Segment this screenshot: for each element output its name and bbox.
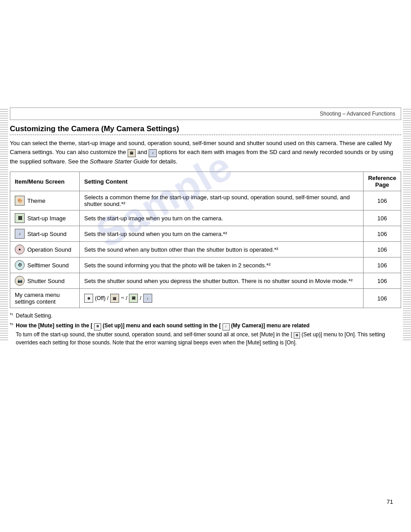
- and-text: and: [137, 149, 147, 155]
- table-cell-ref: 106: [364, 257, 401, 273]
- footnote-marker-1: *¹: [10, 312, 13, 320]
- mycam-icon-1: ▤: [110, 294, 119, 303]
- table-cell-item: 🖼 Start-up Image: [10, 210, 80, 226]
- theme-icon: 🎨: [15, 196, 25, 206]
- table-cell-item: ● Operation Sound: [10, 242, 80, 257]
- table-cell-setting: Sets the start-up image when you turn on…: [80, 210, 364, 226]
- footnote-marker-2: *²: [10, 322, 13, 347]
- table-cell-item: ♪ Start-up Sound: [10, 226, 80, 242]
- table-row: 🎨 Theme Selects a common theme for the s…: [10, 191, 401, 210]
- selftimer-sound-label: Selftimer Sound: [27, 262, 69, 269]
- footnote-mycam-icon: ♪: [223, 323, 230, 330]
- operation-sound-icon: ●: [15, 245, 25, 254]
- shutter-sound-label: Shutter Sound: [27, 278, 64, 284]
- table-cell-ref: 106: [364, 273, 401, 289]
- intro-text: You can select the theme, start-up image…: [10, 139, 401, 166]
- table-row: ⏱ Selftimer Sound Sets the sound informi…: [10, 257, 401, 273]
- table-cell-setting: Sets the start-up sound when you turn on…: [80, 226, 364, 242]
- mycam-label: My camera menu settings content: [15, 292, 60, 305]
- startup-sound-icon: ♪: [15, 229, 25, 239]
- inline-icon-2: ♪: [149, 149, 157, 157]
- table-cell-setting: Selects a common theme for the start-up …: [80, 191, 364, 210]
- table-cell-item: 📷 Shutter Sound: [10, 273, 80, 289]
- footnote-body-2: To turn off the start-up sound, the shut…: [16, 331, 385, 346]
- page-container: Sample Shooting – Advanced Functions Cus…: [0, 0, 411, 532]
- mycam-separator2: /: [140, 295, 141, 301]
- header-bar: Shooting – Advanced Functions: [10, 107, 401, 120]
- footnote-setup-icon-2: ⚙: [294, 332, 300, 339]
- table-row: ♪ Start-up Sound Sets the start-up sound…: [10, 226, 401, 242]
- footnote-content-2: How the [Mute] setting in the [ ⚙ (Set u…: [16, 322, 401, 347]
- side-border-left: [0, 107, 8, 340]
- mycam-icon-2: 🖼: [129, 294, 138, 303]
- table-cell-ref: 106: [364, 191, 401, 210]
- table-header-setting: Setting Content: [80, 172, 364, 191]
- content-area: Shooting – Advanced Functions Customizin…: [10, 0, 401, 347]
- table-row: 🖼 Start-up Image Sets the start-up image…: [10, 210, 401, 226]
- operation-sound-label: Operation Sound: [27, 246, 71, 253]
- startup-image-label: Start-up Image: [27, 215, 66, 222]
- table-cell-ref: 106: [364, 226, 401, 242]
- table-cell-setting-mycam: ⊗ (Off) / ▤ *¹ / 🖼 / ♪: [80, 289, 364, 308]
- section-label: Shooting – Advanced Functions: [320, 111, 395, 117]
- table-cell-ref: 106: [364, 289, 401, 308]
- table-cell-setting: Sets the sound when any button other tha…: [80, 242, 364, 257]
- mycam-separator: /: [126, 295, 127, 301]
- footnote-text-1: Default Setting.: [16, 312, 52, 320]
- settings-table: Item/Menu Screen Setting Content Referen…: [10, 172, 401, 308]
- footnote-bold-2: How the [Mute] setting in the [ ⚙ (Set u…: [16, 322, 309, 329]
- table-cell-item: My camera menu settings content: [10, 289, 80, 308]
- section-title: Customizing the Camera (My Camera Settin…: [10, 124, 401, 135]
- table-header-ref: ReferencePage: [364, 172, 401, 191]
- table-cell-setting: Sets the shutter sound when you depress …: [80, 273, 364, 289]
- mycam-off-icon: ⊗: [84, 294, 93, 303]
- mycam-icon-3: ♪: [143, 294, 152, 303]
- startup-sound-label: Start-up Sound: [27, 231, 66, 237]
- side-border-right: [403, 107, 411, 340]
- mycam-off-label: (Off) /: [95, 295, 108, 301]
- table-cell-item: 🎨 Theme: [10, 191, 80, 210]
- inline-icon-1: ▤: [128, 149, 136, 157]
- table-row: 📷 Shutter Sound Sets the shutter sound w…: [10, 273, 401, 289]
- footnotes-area: *¹ Default Setting. *² How the [Mute] se…: [10, 312, 401, 347]
- selftimer-sound-icon: ⏱: [15, 260, 25, 270]
- table-cell-ref: 106: [364, 242, 401, 257]
- footnote-2: *² How the [Mute] setting in the [ ⚙ (Se…: [10, 322, 401, 347]
- table-row: My camera menu settings content ⊗ (Off) …: [10, 289, 401, 308]
- table-row: ● Operation Sound Sets the sound when an…: [10, 242, 401, 257]
- mycam-icons-row: ⊗ (Off) / ▤ *¹ / 🖼 / ♪: [84, 294, 359, 303]
- table-cell-ref: 106: [364, 210, 401, 226]
- table-cell-item: ⏱ Selftimer Sound: [10, 257, 80, 273]
- footnote-1: *¹ Default Setting.: [10, 312, 401, 320]
- footnote-setup-icon: ⚙: [94, 323, 101, 330]
- page-number: 71: [387, 498, 393, 505]
- table-cell-setting: Sets the sound informing you that the ph…: [80, 257, 364, 273]
- theme-label: Theme: [27, 197, 45, 204]
- table-header-item: Item/Menu Screen: [10, 172, 80, 191]
- shutter-sound-icon: 📷: [15, 276, 25, 286]
- software-guide-italic: Software Starter Guide: [90, 158, 149, 165]
- startup-image-icon: 🖼: [15, 213, 25, 223]
- mycam-sup1: *¹: [121, 296, 124, 300]
